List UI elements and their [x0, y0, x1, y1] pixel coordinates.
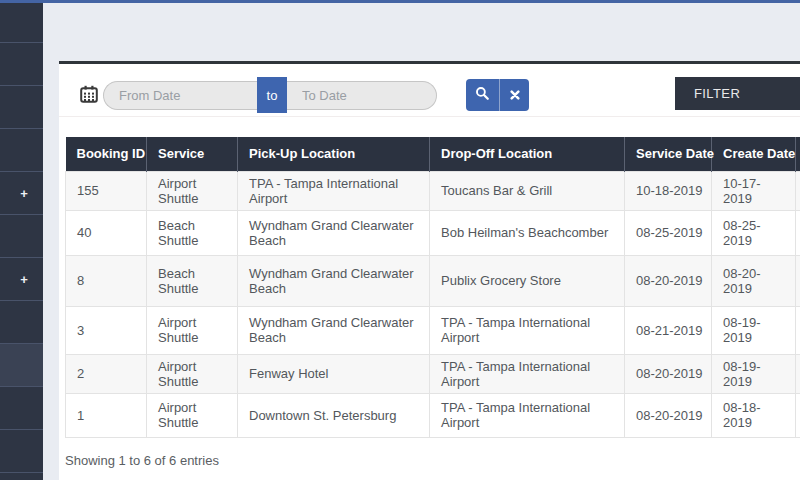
cell-dropoff: TPA - Tampa International Airport	[430, 306, 625, 354]
table-row[interactable]: 155 Airport Shuttle TPA - Tampa Internat…	[66, 171, 800, 210]
column-header-dropoff-location[interactable]: Drop-Off Location	[430, 137, 625, 171]
cell-dropoff: Toucans Bar & Grill	[430, 171, 625, 210]
sidebar-item-5[interactable]: +	[0, 172, 43, 215]
cell-booking-id: 2	[66, 354, 147, 393]
cell-cutoff	[796, 210, 800, 255]
cell-service-date: 08-20-2019	[625, 255, 712, 306]
cell-service-date: 08-21-2019	[625, 306, 712, 354]
cell-service-date: 08-20-2019	[625, 393, 712, 437]
search-button-group	[466, 79, 529, 111]
cell-cutoff	[796, 255, 800, 306]
bookings-table-container: Booking ID Service Pick-Up Location Drop…	[65, 137, 800, 438]
cell-create-date: 08-18-2019	[712, 393, 796, 437]
clear-dates-button[interactable]	[500, 79, 529, 111]
calendar-icon	[80, 85, 98, 103]
cell-dropoff: TPA - Tampa International Airport	[430, 354, 625, 393]
cell-service: Beach Shuttle	[147, 210, 238, 255]
cell-booking-id: 3	[66, 306, 147, 354]
cell-booking-id: 1	[66, 393, 147, 437]
table-row[interactable]: 40 Beach Shuttle Wyndham Grand Clearwate…	[66, 210, 800, 255]
date-filter-bar: to FILTER	[59, 64, 800, 117]
bookings-panel: to FILTER	[59, 61, 800, 480]
cell-service: Beach Shuttle	[147, 255, 238, 306]
plus-icon: +	[20, 187, 28, 200]
table-row[interactable]: 3 Airport Shuttle Wyndham Grand Clearwat…	[66, 306, 800, 354]
sidebar-item-9[interactable]	[0, 344, 43, 387]
cell-dropoff: Bob Heilman's Beachcomber	[430, 210, 625, 255]
cell-booking-id: 155	[66, 171, 147, 210]
date-range-to-connector: to	[257, 77, 287, 113]
cell-dropoff: TPA - Tampa International Airport	[430, 393, 625, 437]
from-date-input[interactable]	[103, 81, 257, 110]
cell-pickup: Wyndham Grand Clearwater Beach	[238, 306, 430, 354]
cell-pickup: Downtown St. Petersburg	[238, 393, 430, 437]
sidebar-item-6[interactable]	[0, 215, 43, 258]
cell-create-date: 08-25-2019	[712, 210, 796, 255]
search-button[interactable]	[466, 79, 500, 111]
cell-booking-id: 8	[66, 255, 147, 306]
cell-create-date: 08-20-2019	[712, 255, 796, 306]
table-header-row: Booking ID Service Pick-Up Location Drop…	[66, 137, 800, 171]
table-row[interactable]: 1 Airport Shuttle Downtown St. Petersbur…	[66, 393, 800, 437]
filter-button[interactable]: FILTER	[675, 77, 800, 110]
sidebar-item-4[interactable]	[0, 129, 43, 172]
cell-service: Airport Shuttle	[147, 393, 238, 437]
close-icon	[510, 88, 520, 103]
cell-cutoff	[796, 354, 800, 393]
cell-service: Airport Shuttle	[147, 171, 238, 210]
to-date-input[interactable]	[287, 81, 437, 110]
cell-service: Airport Shuttle	[147, 306, 238, 354]
sidebar-item-1[interactable]	[0, 3, 43, 43]
cell-service-date: 10-18-2019	[625, 171, 712, 210]
sidebar-item-11[interactable]	[0, 430, 43, 473]
cell-cutoff	[796, 393, 800, 437]
cell-pickup: TPA - Tampa International Airport	[238, 171, 430, 210]
sidebar-item-10[interactable]	[0, 387, 43, 430]
column-header-service[interactable]: Service	[147, 137, 238, 171]
plus-icon: +	[20, 273, 28, 286]
table-row[interactable]: 8 Beach Shuttle Wyndham Grand Clearwater…	[66, 255, 800, 306]
cell-service-date: 08-25-2019	[625, 210, 712, 255]
column-header-create-date[interactable]: Create Date	[712, 137, 796, 171]
cell-pickup: Fenway Hotel	[238, 354, 430, 393]
cell-create-date: 08-19-2019	[712, 354, 796, 393]
cell-booking-id: 40	[66, 210, 147, 255]
sidebar: + +	[0, 3, 43, 480]
cell-pickup: Wyndham Grand Clearwater Beach	[238, 210, 430, 255]
bookings-table: Booking ID Service Pick-Up Location Drop…	[65, 137, 800, 438]
column-header-cutoff[interactable]	[796, 137, 800, 171]
cell-dropoff: Publix Grocery Store	[430, 255, 625, 306]
search-icon	[475, 86, 490, 104]
cell-create-date: 10-17-2019	[712, 171, 796, 210]
sidebar-item-8[interactable]	[0, 301, 43, 344]
sidebar-item-7[interactable]: +	[0, 258, 43, 301]
sidebar-item-2[interactable]	[0, 43, 43, 86]
cell-pickup: Wyndham Grand Clearwater Beach	[238, 255, 430, 306]
cell-cutoff	[796, 171, 800, 210]
cell-service-date: 08-20-2019	[625, 354, 712, 393]
column-header-booking-id[interactable]: Booking ID	[66, 137, 147, 171]
column-header-pickup-location[interactable]: Pick-Up Location	[238, 137, 430, 171]
cell-create-date: 08-19-2019	[712, 306, 796, 354]
table-row[interactable]: 2 Airport Shuttle Fenway Hotel TPA - Tam…	[66, 354, 800, 393]
column-header-service-date[interactable]: Service Date	[625, 137, 712, 171]
to-connector-label: to	[267, 88, 278, 103]
cell-cutoff	[796, 306, 800, 354]
cell-service: Airport Shuttle	[147, 354, 238, 393]
sidebar-item-3[interactable]	[0, 86, 43, 129]
entries-summary: Showing 1 to 6 of 6 entries	[65, 453, 800, 468]
top-accent-bar	[0, 0, 800, 3]
